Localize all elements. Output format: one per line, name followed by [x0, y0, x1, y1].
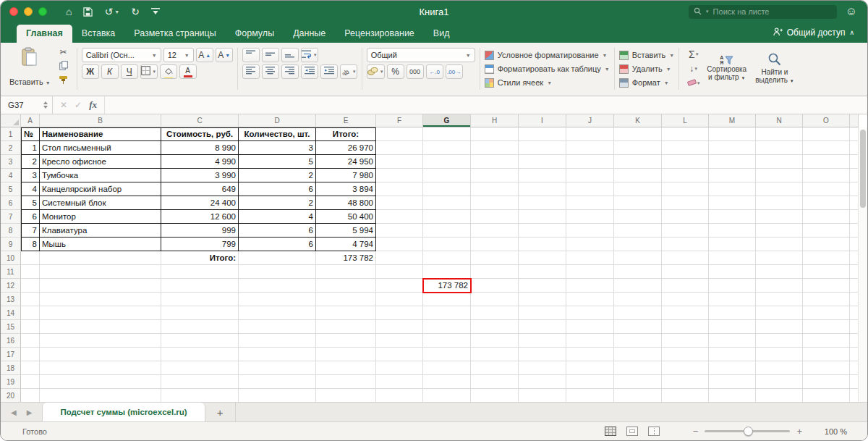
row-header-10[interactable]: 10: [1, 251, 21, 265]
cell-K6[interactable]: [614, 196, 662, 210]
cell-H14[interactable]: [471, 306, 519, 320]
cell-M3[interactable]: [709, 155, 756, 169]
cell-G1[interactable]: [423, 127, 471, 141]
row-header-14[interactable]: 14: [1, 306, 21, 320]
cell-E2[interactable]: 26 970: [316, 141, 376, 155]
confirm-entry-icon[interactable]: ✓: [75, 100, 82, 110]
cell-L9[interactable]: [662, 238, 709, 251]
cell-E20[interactable]: [316, 389, 376, 402]
font-name-select[interactable]: Calibri (Осн...▼: [82, 48, 161, 62]
cell-A9[interactable]: 8: [21, 238, 40, 251]
cell-J19[interactable]: [566, 375, 614, 389]
cell-L15[interactable]: [662, 320, 709, 334]
cell-N6[interactable]: [756, 196, 803, 210]
cell-A11[interactable]: [21, 265, 40, 279]
cell-O18[interactable]: [803, 361, 850, 375]
cell-K12[interactable]: [614, 279, 662, 293]
cell-J6[interactable]: [566, 196, 614, 210]
cell-H18[interactable]: [471, 361, 519, 375]
cell-G7[interactable]: [423, 210, 471, 224]
cell-G9[interactable]: [423, 238, 471, 251]
cell-J13[interactable]: [566, 293, 614, 306]
cell-J4[interactable]: [566, 169, 614, 182]
cell-I3[interactable]: [519, 155, 566, 169]
cell-K9[interactable]: [614, 238, 662, 251]
cell-E3[interactable]: 24 950: [316, 155, 376, 169]
cell-L13[interactable]: [662, 293, 709, 306]
cell-D17[interactable]: [239, 348, 316, 361]
cell-N11[interactable]: [756, 265, 803, 279]
cell-N18[interactable]: [756, 361, 803, 375]
accounting-format-button[interactable]: ▼: [367, 64, 385, 79]
cell-A17[interactable]: [21, 348, 40, 361]
select-all-corner[interactable]: [1, 114, 21, 127]
cell-B19[interactable]: [40, 375, 161, 389]
tab-vstavka[interactable]: Вставка: [72, 25, 124, 43]
cell-C16[interactable]: [161, 334, 239, 348]
text-orientation-button[interactable]: ab ▼: [340, 64, 357, 79]
cell-I2[interactable]: [519, 141, 566, 155]
cell-N19[interactable]: [756, 375, 803, 389]
cell-D9[interactable]: 6: [239, 238, 316, 251]
cell-G8[interactable]: [423, 224, 471, 238]
cell-C12[interactable]: [161, 279, 239, 293]
cell-O16[interactable]: [803, 334, 850, 348]
cell-L19[interactable]: [662, 375, 709, 389]
cell-K4[interactable]: [614, 169, 662, 182]
cell-H7[interactable]: [471, 210, 519, 224]
format-painter-button[interactable]: [55, 75, 72, 88]
cell-E13[interactable]: [316, 293, 376, 306]
cell-N15[interactable]: [756, 320, 803, 334]
cell-F4[interactable]: [376, 169, 423, 182]
row-header-6[interactable]: 6: [1, 196, 21, 210]
cell-K5[interactable]: [614, 182, 662, 196]
vertical-scrollbar-thumb[interactable]: [860, 130, 866, 208]
align-top-button[interactable]: [242, 48, 260, 62]
cell-B8[interactable]: Клавиатура: [40, 224, 161, 238]
cell-H8[interactable]: [471, 224, 519, 238]
sheet-tab-active[interactable]: Подсчет суммы (microexcel.ru): [42, 403, 205, 421]
tab-dannye[interactable]: Данные: [284, 25, 335, 43]
cell-D15[interactable]: [239, 320, 316, 334]
cell-O4[interactable]: [803, 169, 850, 182]
cell-E18[interactable]: [316, 361, 376, 375]
cell-C6[interactable]: 24 400: [161, 196, 239, 210]
cell-B15[interactable]: [40, 320, 161, 334]
cell-J12[interactable]: [566, 279, 614, 293]
cell-H19[interactable]: [471, 375, 519, 389]
cell-G5[interactable]: [423, 182, 471, 196]
cell-O7[interactable]: [803, 210, 850, 224]
cell-B6[interactable]: Системный блок: [40, 196, 161, 210]
cell-C17[interactable]: [161, 348, 239, 361]
cell-A12[interactable]: [21, 279, 40, 293]
borders-button[interactable]: ▼: [140, 64, 158, 79]
cell-F1[interactable]: [376, 127, 423, 141]
column-header-A[interactable]: A: [21, 114, 40, 127]
insert-cells-button[interactable]: Вставить▼: [619, 49, 675, 62]
cell-D3[interactable]: 5: [239, 155, 316, 169]
cell-M17[interactable]: [709, 348, 756, 361]
cell-B17[interactable]: [40, 348, 161, 361]
cell-F13[interactable]: [376, 293, 423, 306]
cell-E11[interactable]: [316, 265, 376, 279]
decrease-decimal-button[interactable]: .00→: [446, 64, 463, 79]
cell-J11[interactable]: [566, 265, 614, 279]
cell-E19[interactable]: [316, 375, 376, 389]
cell-N4[interactable]: [756, 169, 803, 182]
cell-C19[interactable]: [161, 375, 239, 389]
cell-E1[interactable]: Итого:: [316, 127, 376, 141]
cell-O2[interactable]: [803, 141, 850, 155]
cell-K15[interactable]: [614, 320, 662, 334]
cell-L7[interactable]: [662, 210, 709, 224]
cell-K7[interactable]: [614, 210, 662, 224]
comma-style-button[interactable]: 000: [407, 64, 424, 79]
cell-K19[interactable]: [614, 375, 662, 389]
find-select-button[interactable]: Найти ивыделить ▼: [751, 51, 799, 87]
cell-J9[interactable]: [566, 238, 614, 251]
cell-N3[interactable]: [756, 155, 803, 169]
cell-E14[interactable]: [316, 306, 376, 320]
cell-D12[interactable]: [239, 279, 316, 293]
cell-L17[interactable]: [662, 348, 709, 361]
cell-A6[interactable]: 5: [21, 196, 40, 210]
column-header-N[interactable]: N: [756, 114, 803, 127]
